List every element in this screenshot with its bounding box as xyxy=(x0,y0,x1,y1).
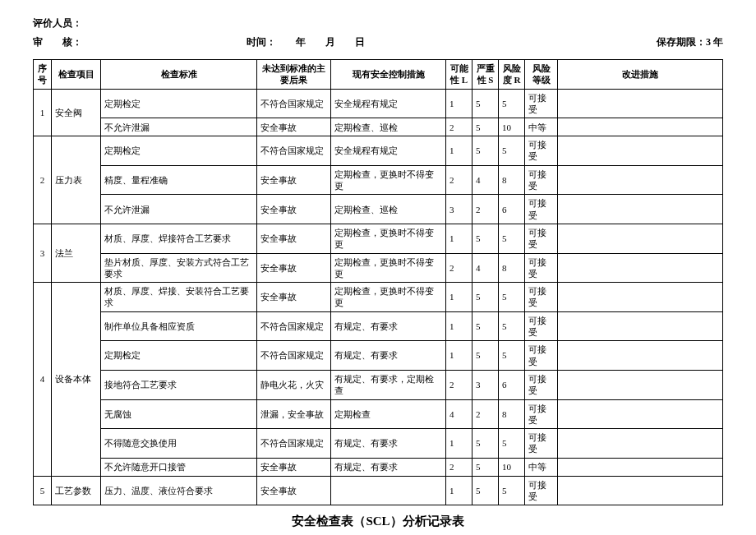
cell-standard: 精度、量程准确 xyxy=(101,165,257,195)
cell-improve xyxy=(558,370,723,399)
cell-consequence: 不符合国家规定 xyxy=(257,89,331,118)
cell-L: 1 xyxy=(446,89,472,118)
cell-standard: 压力、温度、液位符合要求 xyxy=(101,476,257,505)
cell-R: 5 xyxy=(499,89,525,118)
cell-standard: 无腐蚀 xyxy=(101,399,257,429)
cell-S: 5 xyxy=(472,224,499,253)
cell-standard: 定期检定 xyxy=(101,136,257,166)
cell-item: 压力表 xyxy=(52,136,101,224)
cell-L: 2 xyxy=(446,118,472,136)
cell-no: 5 xyxy=(34,476,52,505)
cell-no: 1 xyxy=(34,89,52,136)
cell-S: 5 xyxy=(472,341,499,371)
cell-L: 2 xyxy=(446,165,472,195)
cell-control: 安全规程有规定 xyxy=(331,136,446,166)
cell-control: 有规定、有要求 xyxy=(331,429,446,459)
table-row: 4设备本体材质、厚度、焊接、安装符合工艺要求安全事故定期检查，更换时不得变更15… xyxy=(34,283,723,312)
cell-no: 2 xyxy=(34,136,52,224)
cell-grade: 可接受 xyxy=(525,283,558,312)
cell-improve xyxy=(558,224,723,253)
cell-R: 10 xyxy=(499,118,525,136)
cell-consequence: 不符合国家规定 xyxy=(257,311,331,341)
table-row: 5工艺参数压力、温度、液位符合要求安全事故155可接受 xyxy=(34,476,723,505)
cell-L: 1 xyxy=(446,224,472,253)
cell-S: 5 xyxy=(472,118,499,136)
cell-consequence: 安全事故 xyxy=(257,165,331,195)
cell-L: 3 xyxy=(446,195,472,224)
year-label: 年 xyxy=(296,35,306,49)
cell-S: 5 xyxy=(472,136,499,166)
cell-item: 法兰 xyxy=(52,224,101,282)
table-row: 1安全阀定期检定不符合国家规定安全规程有规定155可接受 xyxy=(34,89,723,118)
cell-no: 3 xyxy=(34,224,52,282)
cell-S: 5 xyxy=(472,311,499,341)
cell-consequence: 静电火花，火灾 xyxy=(257,370,331,399)
cell-item: 工艺参数 xyxy=(52,476,101,505)
section-title: 安全检查表（SCL）分析记录表 xyxy=(33,514,723,529)
cell-grade: 可接受 xyxy=(525,253,558,283)
table-row: 不允许随意开口接管安全事故有规定、有要求2510中等 xyxy=(34,458,723,476)
evaluator-label: 评价人员： xyxy=(33,16,723,30)
cell-R: 5 xyxy=(499,429,525,459)
cell-L: 1 xyxy=(446,136,472,166)
cell-consequence: 安全事故 xyxy=(257,458,331,476)
cell-improve xyxy=(558,253,723,283)
col-L: 可能性 L xyxy=(446,60,472,90)
col-control: 现有安全控制措施 xyxy=(331,60,446,90)
cell-consequence: 不符合国家规定 xyxy=(257,341,331,371)
cell-L: 4 xyxy=(446,399,472,429)
cell-improve xyxy=(558,311,723,341)
table-row: 接地符合工艺要求静电火花，火灾有规定、有要求，定期检查236可接受 xyxy=(34,370,723,399)
cell-control: 定期检查 xyxy=(331,399,446,429)
time-label: 时间： xyxy=(247,35,276,49)
cell-consequence: 不符合国家规定 xyxy=(257,429,331,459)
cell-L: 1 xyxy=(446,476,472,505)
cell-standard: 定期检定 xyxy=(101,341,257,371)
cell-standard: 接地符合工艺要求 xyxy=(101,370,257,399)
cell-control: 定期检查，更换时不得变更 xyxy=(331,283,446,312)
cell-standard: 不允许泄漏 xyxy=(101,195,257,224)
cell-S: 5 xyxy=(472,283,499,312)
cell-control: 定期检查，更换时不得变更 xyxy=(331,165,446,195)
cell-improve xyxy=(558,89,723,118)
cell-grade: 可接受 xyxy=(525,224,558,253)
cell-standard: 材质、厚度、焊接、安装符合工艺要求 xyxy=(101,283,257,312)
cell-R: 5 xyxy=(499,341,525,371)
cell-control: 定期检查、巡检 xyxy=(331,195,446,224)
cell-R: 5 xyxy=(499,224,525,253)
table-row: 2压力表定期检定不符合国家规定安全规程有规定155可接受 xyxy=(34,136,723,166)
day-label: 日 xyxy=(355,35,365,49)
cell-R: 5 xyxy=(499,283,525,312)
cell-consequence: 安全事故 xyxy=(257,253,331,283)
col-item: 检查项目 xyxy=(52,60,101,90)
cell-grade: 可接受 xyxy=(525,311,558,341)
cell-improve xyxy=(558,165,723,195)
cell-standard: 垫片材质、厚度、安装方式符合工艺要求 xyxy=(101,253,257,283)
cell-improve xyxy=(558,429,723,459)
cell-consequence: 不符合国家规定 xyxy=(257,136,331,166)
reviewer-label: 审 核： xyxy=(33,35,247,49)
cell-L: 1 xyxy=(446,341,472,371)
cell-grade: 可接受 xyxy=(525,89,558,118)
cell-standard: 定期检定 xyxy=(101,89,257,118)
cell-improve xyxy=(558,283,723,312)
cell-R: 8 xyxy=(499,253,525,283)
cell-S: 5 xyxy=(472,476,499,505)
table-row: 不允许泄漏安全事故定期检查、巡检2510中等 xyxy=(34,118,723,136)
cell-L: 1 xyxy=(446,311,472,341)
cell-standard: 材质、厚度、焊接符合工艺要求 xyxy=(101,224,257,253)
table-row: 制作单位具备相应资质不符合国家规定有规定、有要求155可接受 xyxy=(34,311,723,341)
cell-consequence: 安全事故 xyxy=(257,224,331,253)
cell-grade: 可接受 xyxy=(525,195,558,224)
cell-standard: 不得随意交换使用 xyxy=(101,429,257,459)
cell-consequence: 安全事故 xyxy=(257,195,331,224)
cell-control xyxy=(331,476,446,505)
cell-L: 2 xyxy=(446,370,472,399)
cell-S: 4 xyxy=(472,165,499,195)
col-R: 风险度 R xyxy=(499,60,525,90)
cell-item: 安全阀 xyxy=(52,89,101,136)
cell-grade: 可接受 xyxy=(525,165,558,195)
col-S: 严重性 S xyxy=(472,60,499,90)
cell-S: 5 xyxy=(472,458,499,476)
header-row: 审 核： 时间： 年 月 日 保存期限：3 年 xyxy=(33,35,723,49)
